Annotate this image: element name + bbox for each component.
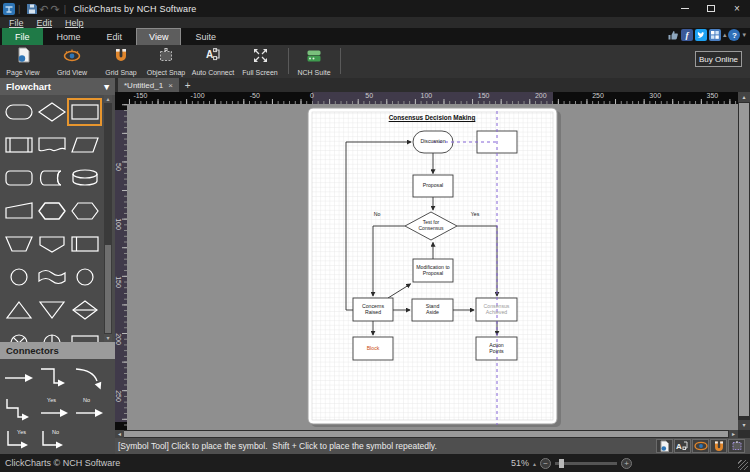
shape-rectangle-2[interactable] [69,331,100,343]
new-tab-button[interactable]: + [185,78,191,92]
zoom-out-button[interactable]: − [540,458,551,469]
shape-alternate-process[interactable] [3,166,34,190]
node-modification-to-proposal[interactable] [413,259,453,282]
grid-snap-button[interactable]: Grid Snap [101,47,141,76]
tab-file[interactable]: File [2,28,43,45]
connector-no-arrow[interactable]: No [73,396,106,424]
connector-yes-arrow[interactable]: Yes [38,396,71,424]
connector-elbow-arrow[interactable] [38,363,71,391]
grid-snap-toggle-icon[interactable] [710,439,727,453]
tab-edit[interactable]: Edit [95,28,135,45]
object-snap-toggle-icon[interactable] [728,439,745,453]
shape-off-page-connector[interactable] [36,232,67,256]
connector-no-elbow-arrow[interactable]: No [38,429,71,455]
grid-view-toggle-icon[interactable] [692,439,709,453]
node-proposal[interactable] [413,175,453,197]
shape-connector-circle-2[interactable] [69,265,100,289]
horizontal-scrollbar[interactable]: ◂ ▸ [115,430,738,438]
document-tab[interactable]: *Untitled_1 × [118,78,179,92]
nch-suite-button[interactable]: NCH Suite [294,47,334,76]
minimize-button[interactable] [672,0,698,17]
shape-manual-operation[interactable] [3,232,34,256]
drawing-canvas[interactable]: Consensus Decision Making Discussion Pro… [127,104,738,430]
save-icon[interactable] [26,3,38,15]
shape-manual-input[interactable] [3,199,34,223]
scroll-right-icon[interactable]: ▸ [729,430,738,438]
shape-or[interactable] [36,331,67,343]
page-view-toggle-icon[interactable] [656,439,673,453]
resize-grip[interactable] [738,460,748,470]
sidebar-scrollbar[interactable]: ▴ ▾ [104,95,112,342]
connector-curved-arrow[interactable] [73,363,106,391]
zoom-level[interactable]: 51% [511,458,529,468]
redo-icon[interactable]: ↷ [51,4,60,14]
ruler-tick-label: 150 [115,276,122,288]
shape-data[interactable] [69,133,100,157]
menu-edit[interactable]: Edit [33,18,57,28]
menu-help[interactable]: Help [61,18,88,28]
shape-terminator[interactable] [3,100,34,124]
undo-icon[interactable]: ↶ [39,4,48,14]
zoom-in-button[interactable]: + [621,458,632,469]
shape-summing-junction[interactable] [3,331,34,343]
close-button[interactable]: × [724,0,750,17]
shape-predefined-process[interactable] [3,133,34,157]
connector-straight-arrow[interactable] [3,363,36,391]
help-dropdown-icon[interactable]: ▾ [742,31,746,39]
shape-internal-storage[interactable] [69,232,100,256]
scroll-left-icon[interactable]: ◂ [115,430,124,438]
tab-view[interactable]: View [136,28,181,45]
share-icon[interactable] [709,29,721,41]
shape-tape[interactable] [36,265,67,289]
menu-file[interactable]: File [5,18,28,28]
shape-process-selected[interactable] [69,100,100,124]
auto-connect-toggle-icon[interactable]: A [674,439,691,453]
connector-double-elbow-arrow[interactable] [3,396,36,424]
tab-close-icon[interactable]: × [168,81,173,90]
maximize-button[interactable] [698,0,724,17]
shape-extract[interactable] [3,298,34,322]
scroll-up-icon[interactable]: ▴ [738,92,750,102]
scroll-down-icon[interactable]: ▾ [738,420,750,430]
flowchart-section-header[interactable]: Flowchart ▾ [0,78,115,95]
collapse-ribbon-icon[interactable]: ▴ [723,31,727,39]
shape-document[interactable] [36,133,67,157]
shape-rounded-hexagon[interactable] [36,199,67,223]
tab-home[interactable]: Home [45,28,93,45]
shape-merge[interactable] [36,298,67,322]
zoom-presets-caret-icon[interactable]: ▴ [533,460,536,467]
page-view-button[interactable]: Page View [4,47,42,76]
connector-yes-elbow-arrow[interactable]: Yes [3,429,36,455]
node-concerns-raised[interactable] [353,298,393,321]
ribbon-tabbar: File Home Edit View Suite f ▴ ? ▾ [0,28,750,45]
connectors-section-header[interactable]: Connectors [0,342,115,359]
scroll-down-icon[interactable]: ▾ [104,334,112,342]
scroll-up-icon[interactable]: ▴ [104,95,112,103]
buy-online-button[interactable]: Buy Online [695,51,742,67]
twitter-icon[interactable] [695,29,707,41]
status-toggle-icons: A [656,439,745,453]
like-icon[interactable] [667,29,679,41]
auto-connect-button[interactable]: A Auto Connect [190,47,236,76]
facebook-icon[interactable]: f [681,29,693,41]
scrollbar-thumb[interactable] [124,431,728,437]
object-snap-button[interactable]: Object Snap [144,47,188,76]
scrollbar-thumb[interactable] [739,103,749,416]
menubar: File Edit Help [0,17,750,28]
zoom-slider-thumb[interactable] [559,459,564,468]
shape-collate[interactable] [69,298,100,322]
help-icon[interactable]: ? [728,29,740,41]
full-screen-button[interactable]: Full Screen [240,47,280,76]
vertical-scrollbar[interactable]: ▴ ▾ [738,92,750,438]
shape-preparation[interactable] [69,199,100,223]
tab-suite[interactable]: Suite [183,28,228,45]
grid-view-button[interactable]: Grid View [53,47,91,76]
shape-connector-circle[interactable] [3,265,34,289]
shape-decision[interactable] [36,100,67,124]
scrollbar-thumb[interactable] [105,245,111,333]
shape-database[interactable] [69,166,100,190]
node-stand-aside[interactable] [412,299,453,321]
node-block[interactable] [353,337,393,360]
shape-direct-access-storage[interactable] [36,166,67,190]
zoom-slider[interactable] [555,462,617,465]
